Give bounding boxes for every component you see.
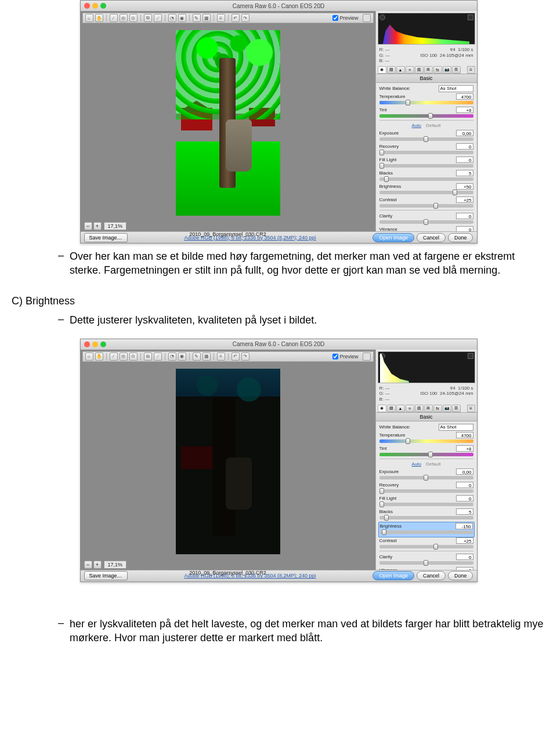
zoom-percent[interactable]: 17,1% (104, 222, 127, 230)
fullscreen-icon[interactable] (363, 14, 371, 22)
save-image-button[interactable]: Save Image… (84, 233, 128, 242)
rotate-ccw-icon[interactable]: ↶ (232, 14, 240, 22)
filllight-value[interactable]: 0 (456, 157, 473, 163)
hand-tool-icon[interactable]: ✋ (95, 14, 103, 22)
tab-detail[interactable]: ▲ (396, 405, 405, 412)
straighten-tool-icon[interactable]: ⟋ (154, 14, 162, 22)
tab-fx[interactable]: fx (433, 405, 442, 412)
default-link[interactable]: Default (426, 123, 440, 128)
tint-slider[interactable] (379, 453, 473, 456)
straighten-tool-icon[interactable]: ⟋ (154, 352, 162, 361)
highlight-clip-icon[interactable] (468, 353, 473, 359)
zoom-tool-icon[interactable]: ⌕ (85, 352, 93, 361)
exposure-value[interactable]: 0,00 (456, 130, 473, 136)
temperature-slider[interactable] (379, 101, 473, 104)
contrast-slider[interactable] (379, 545, 473, 548)
brightness-slider[interactable] (380, 530, 473, 534)
tab-split[interactable]: ▥ (415, 405, 424, 412)
vibrance-value[interactable]: 0 (456, 567, 473, 570)
tab-basic[interactable]: ◉ (378, 405, 386, 412)
cancel-button[interactable]: Cancel (417, 233, 446, 242)
open-image-button[interactable]: Open Image (372, 571, 414, 580)
done-button[interactable]: Done (448, 571, 473, 580)
hand-tool-icon[interactable]: ✋ (95, 352, 103, 361)
redeye-tool-icon[interactable]: ◉ (178, 352, 186, 361)
tab-basic[interactable]: ◉ (378, 66, 386, 74)
image-canvas[interactable] (81, 25, 375, 221)
tab-hsl[interactable]: ≡ (406, 66, 414, 74)
brightness-value[interactable]: +50 (456, 183, 473, 190)
clarity-slider[interactable] (379, 561, 473, 565)
open-image-button[interactable]: Open Image (372, 233, 414, 242)
auto-link[interactable]: Auto (412, 461, 421, 467)
target-adjust-icon[interactable]: ⊙ (129, 14, 138, 22)
minimize-icon[interactable] (92, 3, 98, 9)
tab-presets[interactable]: ☰ (452, 405, 461, 412)
adjustment-brush-icon[interactable]: ✎ (193, 352, 201, 361)
tab-camera[interactable]: 📷 (443, 405, 451, 412)
recovery-value[interactable]: 0 (456, 143, 473, 150)
prefs-icon[interactable]: ≡ (217, 14, 225, 22)
crop-tool-icon[interactable]: ⧉ (144, 14, 152, 22)
graduated-filter-icon[interactable]: ▦ (202, 352, 211, 361)
zoom-in-button[interactable]: + (93, 561, 102, 569)
preview-checkbox[interactable] (332, 354, 338, 359)
histogram[interactable] (378, 351, 475, 383)
temperature-slider[interactable] (379, 439, 473, 443)
done-button[interactable]: Done (448, 233, 473, 242)
spot-tool-icon[interactable]: ◔ (168, 352, 176, 361)
tab-lens[interactable]: ⊞ (424, 66, 433, 74)
close-icon[interactable] (84, 3, 90, 9)
color-sampler-icon[interactable]: ◎ (120, 14, 128, 22)
panel-menu-icon[interactable]: ≡ (467, 405, 475, 412)
filllight-slider[interactable] (379, 164, 473, 168)
blacks-value[interactable]: 5 (456, 508, 473, 515)
zoom-tool-icon[interactable]: ⌕ (85, 14, 93, 22)
close-icon[interactable] (84, 341, 90, 347)
default-link[interactable]: Default (426, 461, 440, 467)
wb-select[interactable]: As Shot (439, 85, 473, 92)
auto-link[interactable]: Auto (412, 123, 421, 128)
tab-fx[interactable]: fx (433, 66, 442, 74)
rotate-cw-icon[interactable]: ↷ (241, 14, 249, 22)
contrast-value[interactable]: +25 (456, 197, 473, 203)
tint-value[interactable]: +8 (456, 445, 473, 452)
recovery-slider[interactable] (379, 489, 473, 493)
redeye-tool-icon[interactable]: ◉ (178, 14, 186, 22)
zoom-out-button[interactable]: − (84, 222, 92, 230)
blacks-slider[interactable] (379, 516, 473, 519)
recovery-value[interactable]: 0 (456, 482, 473, 488)
image-canvas[interactable] (81, 364, 375, 559)
rotate-cw-icon[interactable]: ↷ (241, 352, 249, 361)
histogram[interactable] (378, 13, 475, 45)
wb-tool-icon[interactable]: ⁄ (110, 14, 118, 22)
wb-select[interactable]: As Shot (439, 424, 473, 431)
tint-slider[interactable] (379, 114, 473, 118)
minimize-icon[interactable] (92, 341, 98, 347)
contrast-slider[interactable] (379, 204, 473, 208)
tab-presets[interactable]: ☰ (452, 66, 461, 74)
vibrance-value[interactable]: 0 (456, 226, 473, 231)
tab-hsl[interactable]: ≡ (406, 405, 414, 412)
tab-curve[interactable]: ▨ (387, 66, 396, 74)
zoom-in-button[interactable]: + (93, 222, 102, 230)
clarity-value[interactable]: 0 (456, 554, 473, 560)
brightness-slider[interactable] (379, 191, 473, 194)
spot-tool-icon[interactable]: ◔ (168, 14, 176, 22)
exposure-slider[interactable] (379, 476, 473, 479)
tab-lens[interactable]: ⊞ (424, 405, 433, 412)
save-image-button[interactable]: Save Image… (84, 571, 128, 580)
tab-split[interactable]: ▥ (415, 66, 424, 74)
temperature-value[interactable]: 4700 (456, 93, 473, 100)
tab-detail[interactable]: ▲ (396, 66, 405, 74)
temperature-value[interactable]: 4700 (456, 432, 473, 438)
tab-curve[interactable]: ▨ (387, 405, 396, 412)
adjustment-brush-icon[interactable]: ✎ (193, 14, 201, 22)
filllight-value[interactable]: 0 (456, 495, 473, 501)
target-adjust-icon[interactable]: ⊙ (129, 352, 138, 361)
contrast-value[interactable]: +25 (456, 537, 473, 544)
fullscreen-icon[interactable] (363, 352, 371, 361)
tab-camera[interactable]: 📷 (443, 66, 451, 74)
crop-tool-icon[interactable]: ⧉ (144, 352, 152, 361)
zoom-out-button[interactable]: − (84, 561, 92, 569)
